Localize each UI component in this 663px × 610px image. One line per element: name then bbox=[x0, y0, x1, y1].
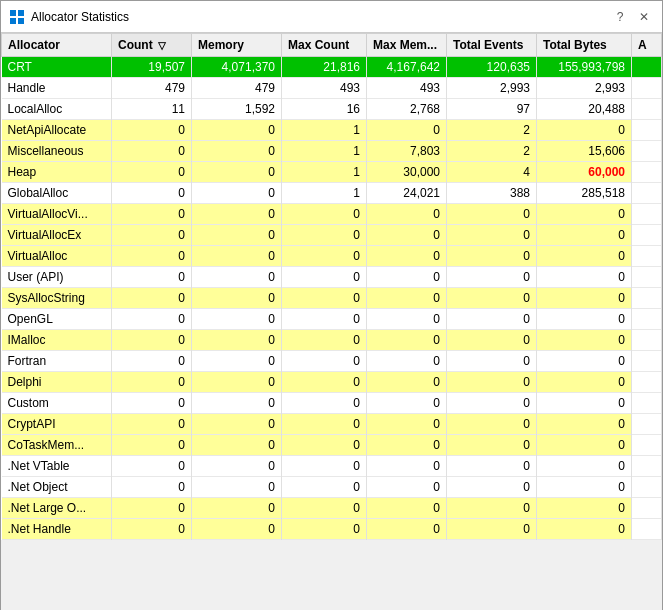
cell-maxcount: 0 bbox=[282, 225, 367, 246]
cell-totalevents: 0 bbox=[447, 435, 537, 456]
cell-count: 0 bbox=[112, 267, 192, 288]
cell-count: 11 bbox=[112, 99, 192, 120]
cell-totalevents: 0 bbox=[447, 372, 537, 393]
cell-count: 0 bbox=[112, 288, 192, 309]
cell-totalbytes: 0 bbox=[537, 204, 632, 225]
cell-totalbytes: 2,993 bbox=[537, 78, 632, 99]
table-row[interactable]: Heap00130,000460,000 bbox=[2, 162, 662, 183]
window-title: Allocator Statistics bbox=[31, 10, 129, 24]
cell-count: 0 bbox=[112, 330, 192, 351]
table-row[interactable]: VirtualAllocVi...000000 bbox=[2, 204, 662, 225]
table-row[interactable]: .Net VTable000000 bbox=[2, 456, 662, 477]
cell-totalbytes: 0 bbox=[537, 519, 632, 540]
col-header-totalevents[interactable]: Total Events bbox=[447, 34, 537, 57]
app-icon bbox=[9, 9, 25, 25]
table-row[interactable]: OpenGL000000 bbox=[2, 309, 662, 330]
title-bar-left: Allocator Statistics bbox=[9, 9, 129, 25]
col-header-totalbytes[interactable]: Total Bytes bbox=[537, 34, 632, 57]
cell-allocator: Heap bbox=[2, 162, 112, 183]
cell-maxmem: 0 bbox=[367, 372, 447, 393]
table-row[interactable]: .Net Handle000000 bbox=[2, 519, 662, 540]
cell-totalbytes: 0 bbox=[537, 393, 632, 414]
table-row[interactable]: CRT19,5074,071,37021,8164,167,642120,635… bbox=[2, 57, 662, 78]
cell-count: 0 bbox=[112, 393, 192, 414]
cell-allocator: OpenGL bbox=[2, 309, 112, 330]
cell-maxcount: 0 bbox=[282, 288, 367, 309]
cell-allocator: .Net Large O... bbox=[2, 498, 112, 519]
table-row[interactable]: Miscellaneous0017,803215,606 bbox=[2, 141, 662, 162]
table-row[interactable]: IMalloc000000 bbox=[2, 330, 662, 351]
cell-totalevents: 97 bbox=[447, 99, 537, 120]
table-row[interactable]: CryptAPI000000 bbox=[2, 414, 662, 435]
cell-extra bbox=[632, 120, 662, 141]
cell-maxcount: 0 bbox=[282, 204, 367, 225]
cell-totalevents: 0 bbox=[447, 351, 537, 372]
help-button[interactable]: ? bbox=[610, 7, 630, 27]
col-header-memory[interactable]: Memory bbox=[192, 34, 282, 57]
table-row[interactable]: Delphi000000 bbox=[2, 372, 662, 393]
col-header-maxmem[interactable]: Max Mem... bbox=[367, 34, 447, 57]
table-row[interactable]: CoTaskMem...000000 bbox=[2, 435, 662, 456]
cell-totalbytes: 0 bbox=[537, 372, 632, 393]
col-header-extra[interactable]: A bbox=[632, 34, 662, 57]
table-row[interactable]: Fortran000000 bbox=[2, 351, 662, 372]
cell-allocator: VirtualAlloc bbox=[2, 246, 112, 267]
table-row[interactable]: Handle4794794934932,9932,993 bbox=[2, 78, 662, 99]
cell-memory: 4,071,370 bbox=[192, 57, 282, 78]
cell-totalbytes: 15,606 bbox=[537, 141, 632, 162]
cell-extra bbox=[632, 414, 662, 435]
close-button[interactable]: ✕ bbox=[634, 7, 654, 27]
cell-extra bbox=[632, 498, 662, 519]
cell-totalevents: 0 bbox=[447, 330, 537, 351]
col-header-maxcount[interactable]: Max Count bbox=[282, 34, 367, 57]
cell-extra bbox=[632, 204, 662, 225]
table-row[interactable]: .Net Large O...000000 bbox=[2, 498, 662, 519]
cell-allocator: Custom bbox=[2, 393, 112, 414]
cell-totalbytes: 0 bbox=[537, 246, 632, 267]
cell-maxmem: 7,803 bbox=[367, 141, 447, 162]
cell-memory: 0 bbox=[192, 414, 282, 435]
cell-totalevents: 0 bbox=[447, 288, 537, 309]
cell-totalevents: 2 bbox=[447, 141, 537, 162]
cell-maxcount: 493 bbox=[282, 78, 367, 99]
table-row[interactable]: VirtualAlloc000000 bbox=[2, 246, 662, 267]
cell-count: 0 bbox=[112, 477, 192, 498]
cell-totalbytes: 0 bbox=[537, 351, 632, 372]
table-row[interactable]: SysAllocString000000 bbox=[2, 288, 662, 309]
cell-extra bbox=[632, 519, 662, 540]
cell-extra bbox=[632, 435, 662, 456]
cell-memory: 479 bbox=[192, 78, 282, 99]
cell-count: 0 bbox=[112, 414, 192, 435]
cell-maxcount: 0 bbox=[282, 519, 367, 540]
cell-count: 0 bbox=[112, 435, 192, 456]
cell-allocator: VirtualAllocEx bbox=[2, 225, 112, 246]
table-row[interactable]: LocalAlloc111,592162,7689720,488 bbox=[2, 99, 662, 120]
cell-count: 0 bbox=[112, 204, 192, 225]
table-row[interactable]: VirtualAllocEx000000 bbox=[2, 225, 662, 246]
cell-maxmem: 0 bbox=[367, 414, 447, 435]
table-row[interactable]: User (API)000000 bbox=[2, 267, 662, 288]
cell-maxmem: 0 bbox=[367, 288, 447, 309]
col-header-count[interactable]: Count ▽ bbox=[112, 34, 192, 57]
cell-count: 19,507 bbox=[112, 57, 192, 78]
table-row[interactable]: GlobalAlloc00124,021388285,518 bbox=[2, 183, 662, 204]
table-container[interactable]: Allocator Count ▽ Memory Max Count Max M… bbox=[1, 33, 662, 610]
cell-count: 0 bbox=[112, 225, 192, 246]
cell-allocator: CryptAPI bbox=[2, 414, 112, 435]
col-header-allocator[interactable]: Allocator bbox=[2, 34, 112, 57]
cell-memory: 0 bbox=[192, 351, 282, 372]
cell-totalbytes: 155,993,798 bbox=[537, 57, 632, 78]
cell-maxmem: 0 bbox=[367, 204, 447, 225]
cell-maxcount: 0 bbox=[282, 330, 367, 351]
cell-allocator: Delphi bbox=[2, 372, 112, 393]
cell-allocator: NetApiAllocate bbox=[2, 120, 112, 141]
table-row[interactable]: Custom000000 bbox=[2, 393, 662, 414]
table-row[interactable]: .Net Object000000 bbox=[2, 477, 662, 498]
cell-allocator: .Net Handle bbox=[2, 519, 112, 540]
cell-extra bbox=[632, 393, 662, 414]
cell-totalbytes: 60,000 bbox=[537, 162, 632, 183]
cell-memory: 0 bbox=[192, 456, 282, 477]
table-row[interactable]: NetApiAllocate001020 bbox=[2, 120, 662, 141]
svg-rect-1 bbox=[18, 10, 24, 16]
cell-count: 0 bbox=[112, 498, 192, 519]
